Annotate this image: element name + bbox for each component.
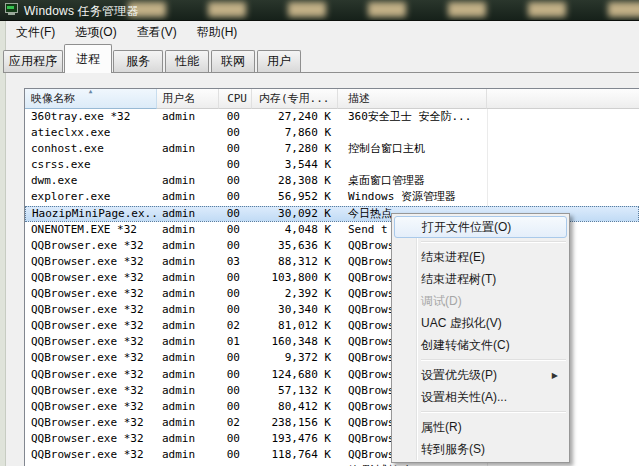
tab-services[interactable]: 服务 [113, 50, 163, 72]
menu-file[interactable]: 文件(F) [6, 22, 65, 43]
cell-name: 360tray.exe *32 [25, 109, 157, 125]
cell-mem: 124,680 K [252, 367, 338, 383]
tab-networking[interactable]: 联网 [211, 50, 255, 72]
column-header-filler [487, 89, 639, 109]
listview-header: ▲ 映像名称 用户名 CPU 内存(专用... 描述 [25, 89, 639, 109]
cell-user: admin [157, 318, 219, 334]
cell-cpu: 00 [219, 447, 252, 463]
cell-mem: 30,340 K [252, 302, 338, 318]
menu-view[interactable]: 查看(V) [127, 22, 187, 43]
menu-separator [421, 241, 566, 243]
cell-name: conhost.exe [25, 141, 157, 157]
cell-name: QQBrowser.exe *32 [25, 238, 157, 254]
cell-user [157, 157, 219, 173]
cell-mem: 9,372 K [252, 350, 338, 366]
background-glass-blob [208, 2, 246, 17]
cell-desc: Windows 资源管理器 [338, 189, 487, 205]
tab-users[interactable]: 用户 [257, 50, 301, 72]
cell-user: admin [157, 286, 219, 302]
column-header-description[interactable]: 描述 [338, 89, 487, 109]
context-menu-item[interactable]: 设置优先级(P)▶ [394, 364, 567, 386]
cell-mem: 27,240 K [252, 109, 338, 125]
cell-cpu: 02 [219, 415, 252, 431]
tab-applications[interactable]: 应用程序 [3, 50, 63, 72]
tab-processes[interactable]: 进程 [64, 44, 112, 73]
cell-cpu: 00 [219, 141, 252, 157]
cell-user: admin [157, 109, 219, 125]
context-menu-item[interactable]: 打开文件位置(O) [394, 216, 567, 238]
cell-name: atieclxx.exe [25, 125, 157, 141]
tab-strip: 应用程序 进程 服务 性能 联网 用户 [3, 44, 639, 73]
cell-cpu: 00 [219, 399, 252, 415]
column-header-image-name[interactable]: ▲ 映像名称 [25, 89, 157, 109]
cell-mem: 3,544 K [252, 157, 338, 173]
column-header-cpu[interactable]: CPU [219, 89, 252, 109]
cell-user: admin [157, 189, 219, 205]
cell-mem: 88,312 K [252, 254, 338, 270]
cell-cpu: 00 [219, 238, 252, 254]
cell-cpu: 00 [219, 431, 252, 447]
background-glass-blob [448, 2, 486, 17]
cell-desc: 桌面窗口管理器 [338, 173, 487, 189]
cell-cpu: 00 [219, 125, 252, 141]
column-header-user-name[interactable]: 用户名 [157, 89, 219, 109]
cell-mem: 238,156 K [252, 415, 338, 431]
menu-bar: 文件(F) 选项(O) 查看(V) 帮助(H) [6, 22, 639, 42]
column-header-memory[interactable]: 内存(专用... [252, 89, 338, 109]
cell-user: admin [157, 254, 219, 270]
cell-mem: 7,860 K [252, 125, 338, 141]
background-glass-blob [528, 2, 566, 17]
cell-mem: 35,636 K [252, 238, 338, 254]
cell-cpu: 00 [219, 383, 252, 399]
cell-cpu: 00 [219, 157, 252, 173]
context-menu-item[interactable]: 属性(R) [394, 416, 567, 438]
cell-cpu: 00 [219, 207, 252, 221]
cell-user: admin [157, 399, 219, 415]
process-row[interactable]: atieclxx.exe007,860 K [25, 125, 639, 141]
title-bar[interactable]: Windows 任务管理器 [0, 0, 639, 21]
process-row[interactable]: dwm.exeadmin0028,308 K桌面窗口管理器 [25, 173, 639, 189]
cell-cpu: 00 [219, 302, 252, 318]
process-row[interactable]: 360tray.exe *32admin0027,240 K360安全卫士 安全… [25, 109, 639, 125]
context-menu-item[interactable]: 创建转储文件(C) [394, 334, 567, 356]
cell-user: admin [157, 270, 219, 286]
context-menu-item[interactable]: 结束进程树(T) [394, 268, 567, 290]
process-row[interactable]: csrss.exe003,544 K [25, 157, 639, 173]
cell-name: QQBrowser.exe *32 [25, 415, 157, 431]
cell-cpu: 02 [219, 318, 252, 334]
cell-name: QQBrowser.exe *32 [25, 431, 157, 447]
cell-user: admin [157, 350, 219, 366]
cell-user: admin [157, 173, 219, 189]
cell-mem: 7,280 K [252, 141, 338, 157]
cell-name: QQBrowser.exe *32 [25, 399, 157, 415]
cell-desc: 360安全卫士 安全防... [338, 109, 487, 125]
cell-user: admin [157, 207, 219, 221]
cell-desc [338, 157, 487, 173]
cell-name: dwm.exe [25, 173, 157, 189]
context-menu-item[interactable]: UAC 虚拟化(V) [394, 312, 567, 334]
process-row[interactable]: explorer.exeadmin0056,952 KWindows 资源管理器 [25, 189, 639, 205]
cell-mem: 56,952 K [252, 189, 338, 205]
process-row[interactable]: conhost.exeadmin007,280 K控制台窗口主机 [25, 141, 639, 157]
cell-mem: 2,392 K [252, 286, 338, 302]
window-title: Windows 任务管理器 [24, 3, 139, 20]
cell-name: QQBrowser.exe *32 [25, 367, 157, 383]
context-menu-item[interactable]: 结束进程(E) [394, 246, 567, 268]
cell-user: admin [157, 238, 219, 254]
context-menu-item[interactable]: 转到服务(S) [394, 438, 567, 460]
cell-mem: 80,412 K [252, 399, 338, 415]
background-glass-blob [368, 2, 406, 17]
context-menu-item[interactable]: 设置相关性(A)... [394, 386, 567, 408]
cell-cpu: 00 [219, 270, 252, 286]
cell-user: admin [157, 141, 219, 157]
menu-help[interactable]: 帮助(H) [187, 22, 248, 43]
cell-mem: 4,048 K [252, 222, 338, 238]
cell-cpu: 00 [219, 173, 252, 189]
tab-performance[interactable]: 性能 [165, 50, 209, 72]
cell-mem: 28,308 K [252, 173, 338, 189]
cell-cpu: 00 [219, 367, 252, 383]
cell-mem: 118,764 K [252, 447, 338, 463]
cell-name: QQBrowser.exe *32 [25, 383, 157, 399]
cell-cpu: 00 [219, 286, 252, 302]
menu-options[interactable]: 选项(O) [65, 22, 126, 43]
